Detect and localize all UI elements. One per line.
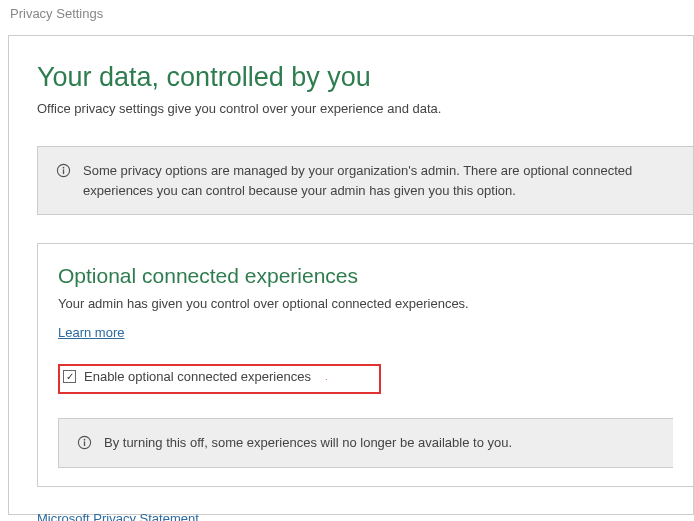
highlight-box: ✓ Enable optional connected experiences … — [58, 364, 381, 394]
footer-link-row: Microsoft Privacy Statement — [37, 511, 693, 521]
svg-rect-2 — [63, 169, 64, 174]
checkbox-row: ✓ Enable optional connected experiences … — [54, 358, 673, 400]
window-title: Privacy Settings — [0, 0, 694, 27]
settings-panel: Your data, controlled by you Office priv… — [8, 35, 694, 515]
checkbox-label: Enable optional connected experiences — [84, 369, 311, 384]
svg-point-1 — [63, 167, 65, 169]
page-heading: Your data, controlled by you — [37, 62, 693, 93]
svg-point-4 — [84, 439, 86, 441]
learn-more-link[interactable]: Learn more — [58, 325, 124, 340]
info-icon — [77, 435, 92, 453]
optional-connected-section: Optional connected experiences Your admi… — [37, 243, 693, 487]
section-desc: Your admin has given you control over op… — [58, 296, 673, 311]
marker-icon: . — [325, 372, 328, 382]
enable-optional-checkbox[interactable]: ✓ — [63, 370, 76, 383]
admin-notice-text: Some privacy options are managed by your… — [83, 161, 677, 200]
off-notice-text: By turning this off, some experiences wi… — [104, 433, 512, 453]
page-subheading: Office privacy settings give you control… — [37, 101, 693, 116]
admin-notice-bar: Some privacy options are managed by your… — [37, 146, 693, 215]
svg-rect-5 — [84, 441, 85, 446]
checkmark-icon: ✓ — [66, 372, 74, 382]
privacy-statement-link[interactable]: Microsoft Privacy Statement — [37, 511, 199, 521]
section-title: Optional connected experiences — [58, 264, 673, 288]
off-notice-bar: By turning this off, some experiences wi… — [58, 418, 673, 468]
info-icon — [56, 163, 71, 181]
